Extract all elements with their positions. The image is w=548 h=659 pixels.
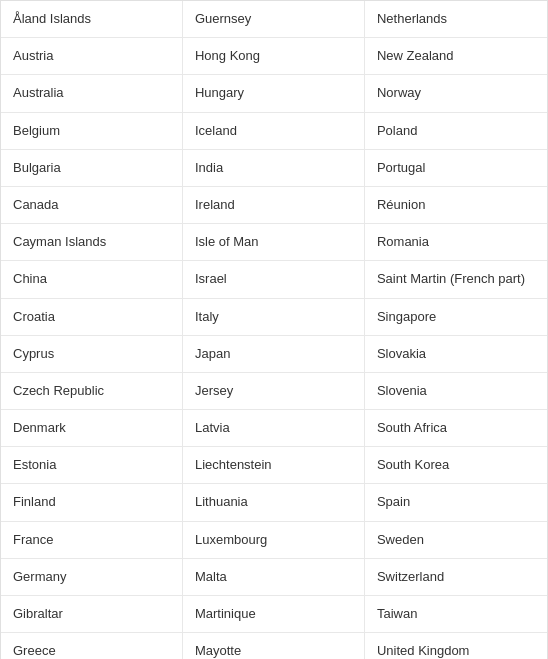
- cell-r13-c0: Finland: [1, 484, 183, 520]
- table-row: ChinaIsraelSaint Martin (French part): [1, 261, 547, 298]
- cell-r2-c2: Norway: [365, 75, 547, 111]
- cell-r7-c1: Israel: [183, 261, 365, 297]
- cell-r12-c0: Estonia: [1, 447, 183, 483]
- cell-r4-c0: Bulgaria: [1, 150, 183, 186]
- cell-r4-c1: India: [183, 150, 365, 186]
- cell-r8-c2: Singapore: [365, 299, 547, 335]
- table-row: FinlandLithuaniaSpain: [1, 484, 547, 521]
- cell-r16-c1: Martinique: [183, 596, 365, 632]
- table-row: AustraliaHungaryNorway: [1, 75, 547, 112]
- cell-r2-c0: Australia: [1, 75, 183, 111]
- cell-r15-c2: Switzerland: [365, 559, 547, 595]
- cell-r3-c2: Poland: [365, 113, 547, 149]
- cell-r3-c1: Iceland: [183, 113, 365, 149]
- cell-r15-c1: Malta: [183, 559, 365, 595]
- table-row: Åland IslandsGuernseyNetherlands: [1, 1, 547, 38]
- cell-r0-c0: Åland Islands: [1, 1, 183, 37]
- cell-r6-c1: Isle of Man: [183, 224, 365, 260]
- cell-r9-c0: Cyprus: [1, 336, 183, 372]
- cell-r1-c1: Hong Kong: [183, 38, 365, 74]
- cell-r10-c1: Jersey: [183, 373, 365, 409]
- cell-r7-c2: Saint Martin (French part): [365, 261, 547, 297]
- cell-r0-c1: Guernsey: [183, 1, 365, 37]
- cell-r17-c1: Mayotte: [183, 633, 365, 659]
- cell-r14-c2: Sweden: [365, 522, 547, 558]
- cell-r1-c0: Austria: [1, 38, 183, 74]
- cell-r12-c2: South Korea: [365, 447, 547, 483]
- cell-r6-c2: Romania: [365, 224, 547, 260]
- country-table: Åland IslandsGuernseyNetherlandsAustriaH…: [0, 0, 548, 659]
- table-row: GibraltarMartiniqueTaiwan: [1, 596, 547, 633]
- cell-r0-c2: Netherlands: [365, 1, 547, 37]
- table-row: CroatiaItalySingapore: [1, 299, 547, 336]
- cell-r9-c1: Japan: [183, 336, 365, 372]
- cell-r1-c2: New Zealand: [365, 38, 547, 74]
- table-row: AustriaHong KongNew Zealand: [1, 38, 547, 75]
- table-row: BulgariaIndiaPortugal: [1, 150, 547, 187]
- cell-r6-c0: Cayman Islands: [1, 224, 183, 260]
- table-row: Cayman IslandsIsle of ManRomania: [1, 224, 547, 261]
- cell-r17-c0: Greece: [1, 633, 183, 659]
- cell-r3-c0: Belgium: [1, 113, 183, 149]
- cell-r11-c2: South Africa: [365, 410, 547, 446]
- cell-r8-c1: Italy: [183, 299, 365, 335]
- cell-r9-c2: Slovakia: [365, 336, 547, 372]
- cell-r15-c0: Germany: [1, 559, 183, 595]
- cell-r11-c1: Latvia: [183, 410, 365, 446]
- cell-r8-c0: Croatia: [1, 299, 183, 335]
- cell-r10-c0: Czech Republic: [1, 373, 183, 409]
- cell-r16-c2: Taiwan: [365, 596, 547, 632]
- cell-r7-c0: China: [1, 261, 183, 297]
- cell-r16-c0: Gibraltar: [1, 596, 183, 632]
- cell-r12-c1: Liechtenstein: [183, 447, 365, 483]
- table-row: GreeceMayotteUnited Kingdom: [1, 633, 547, 659]
- cell-r4-c2: Portugal: [365, 150, 547, 186]
- cell-r14-c0: France: [1, 522, 183, 558]
- cell-r14-c1: Luxembourg: [183, 522, 365, 558]
- table-row: EstoniaLiechtensteinSouth Korea: [1, 447, 547, 484]
- table-row: FranceLuxembourgSweden: [1, 522, 547, 559]
- cell-r5-c0: Canada: [1, 187, 183, 223]
- table-row: CyprusJapanSlovakia: [1, 336, 547, 373]
- cell-r5-c2: Réunion: [365, 187, 547, 223]
- table-row: CanadaIrelandRéunion: [1, 187, 547, 224]
- table-row: DenmarkLatviaSouth Africa: [1, 410, 547, 447]
- table-row: Czech RepublicJerseySlovenia: [1, 373, 547, 410]
- cell-r5-c1: Ireland: [183, 187, 365, 223]
- cell-r10-c2: Slovenia: [365, 373, 547, 409]
- cell-r13-c2: Spain: [365, 484, 547, 520]
- table-row: BelgiumIcelandPoland: [1, 113, 547, 150]
- table-row: GermanyMaltaSwitzerland: [1, 559, 547, 596]
- cell-r2-c1: Hungary: [183, 75, 365, 111]
- cell-r13-c1: Lithuania: [183, 484, 365, 520]
- cell-r11-c0: Denmark: [1, 410, 183, 446]
- cell-r17-c2: United Kingdom: [365, 633, 547, 659]
